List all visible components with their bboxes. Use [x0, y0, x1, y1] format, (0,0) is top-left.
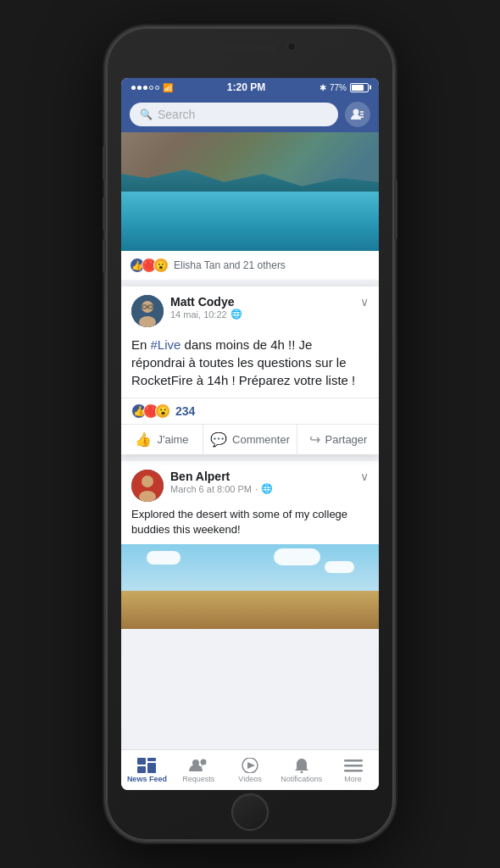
main-post-date: 14 mai, 10:22: [170, 309, 227, 320]
nav-label-news-feed: News Feed: [127, 775, 167, 783]
second-post-bullet: ·: [255, 484, 258, 494]
desert-ground-layer: [121, 591, 379, 629]
avatar-inner: [131, 295, 164, 327]
comment-button[interactable]: 💬 Commenter: [203, 425, 297, 454]
second-post-globe-icon: 🌐: [261, 483, 273, 494]
search-icon: 🔍: [140, 108, 153, 120]
second-post-card: Ben Alpert March 6 at 8:00 PM · 🌐 ∨ Expl…: [121, 461, 379, 629]
like-action-label: J'aime: [157, 433, 188, 446]
battery-fill: [352, 85, 364, 91]
cloud-2: [274, 548, 320, 565]
main-wow-emoji: 😮: [155, 403, 170, 419]
main-post-reaction-count: 234: [175, 404, 195, 418]
ocean-image: [121, 132, 379, 251]
nav-label-more: More: [344, 775, 362, 783]
bluetooth-icon: ✱: [319, 83, 326, 92]
phone-frame: 📶 1:20 PM ✱ 77% 🔍 Search: [106, 27, 394, 841]
comment-action-label: Commenter: [232, 433, 290, 446]
signal-dot-3: [143, 86, 147, 90]
svg-rect-13: [137, 758, 146, 765]
status-bar: 📶 1:20 PM ✱ 77%: [121, 78, 379, 97]
cloud-1: [147, 551, 181, 565]
cloud-3: [325, 561, 354, 573]
status-left: 📶: [131, 83, 173, 92]
like-action-icon: 👍: [135, 431, 152, 448]
svg-point-18: [201, 759, 207, 765]
svg-rect-14: [147, 758, 156, 761]
signal-dot-4: [149, 86, 153, 90]
first-post-card: 👍 ❤️ 😮 Elisha Tan and 21 others: [121, 132, 379, 280]
battery-icon: [350, 83, 369, 92]
nav-item-videos[interactable]: Videos: [225, 750, 276, 790]
nav-label-requests: Requests: [182, 775, 214, 783]
signal-dot-5: [155, 86, 159, 90]
main-post-emoji-group: 👍 ❤️ 😮: [131, 403, 170, 419]
svg-rect-22: [344, 760, 363, 762]
like-button[interactable]: 👍 J'aime: [121, 425, 203, 454]
svg-rect-15: [137, 766, 146, 773]
search-input-wrapper[interactable]: 🔍 Search: [130, 103, 338, 126]
profile-menu-icon[interactable]: [345, 102, 370, 127]
main-post-header-left: Matt Codye 14 mai, 10:22 🌐: [131, 295, 242, 327]
main-post-globe-icon: 🌐: [231, 309, 242, 320]
share-action-label: Partager: [325, 433, 368, 446]
ben-alpert-avatar[interactable]: [131, 470, 164, 502]
water-layer: [121, 192, 379, 251]
phone-screen: 📶 1:20 PM ✱ 77% 🔍 Search: [121, 78, 379, 790]
reaction-emoji-group: 👍 ❤️ 😮: [130, 258, 169, 273]
battery-percent: 77%: [330, 83, 347, 92]
search-bar: 🔍 Search: [121, 97, 379, 132]
matt-codye-avatar[interactable]: [131, 295, 164, 327]
main-post-reactions-bar: 👍 ❤️ 😮 234: [121, 398, 379, 424]
main-post-header: Matt Codye 14 mai, 10:22 🌐 ∨: [121, 287, 379, 332]
svg-point-11: [142, 476, 153, 487]
second-post-date: March 6 at 8:00 PM: [170, 484, 252, 494]
share-action-icon: ↪: [309, 431, 320, 448]
main-post-card: Matt Codye 14 mai, 10:22 🌐 ∨ En #Live da…: [121, 287, 379, 454]
wow-emoji: 😮: [153, 258, 169, 273]
nav-item-news-feed[interactable]: News Feed: [121, 750, 173, 790]
search-placeholder: Search: [158, 108, 195, 121]
signal-dot-2: [137, 86, 142, 90]
nav-label-notifications: Notifications: [281, 775, 322, 783]
feed-scroll-area: 👍 ❤️ 😮 Elisha Tan and 21 others: [121, 132, 379, 748]
main-post-text-pre: En: [131, 337, 151, 352]
front-camera: [287, 42, 296, 51]
svg-point-21: [300, 771, 303, 773]
share-button[interactable]: ↪ Partager: [297, 425, 379, 454]
ben-avatar-inner: [131, 470, 164, 502]
second-post-username[interactable]: Ben Alpert: [170, 470, 273, 483]
second-post-header: Ben Alpert March 6 at 8:00 PM · 🌐 ∨: [121, 461, 379, 507]
second-post-user-info: Ben Alpert March 6 at 8:00 PM · 🌐: [170, 470, 273, 494]
first-post-reaction-text: Elisha Tan and 21 others: [174, 259, 286, 271]
first-post-reactions: 👍 ❤️ 😮 Elisha Tan and 21 others: [121, 251, 379, 280]
second-post-chevron[interactable]: ∨: [360, 470, 369, 483]
main-post-chevron[interactable]: ∨: [360, 295, 369, 309]
desert-image: [121, 544, 379, 629]
signal-dot-1: [131, 86, 136, 90]
main-post-hashtag[interactable]: #Live: [151, 337, 181, 352]
main-post-user-info: Matt Codye 14 mai, 10:22 🌐: [170, 295, 242, 320]
home-button[interactable]: [231, 793, 269, 831]
second-post-header-left: Ben Alpert March 6 at 8:00 PM · 🌐: [131, 470, 273, 502]
main-post-username[interactable]: Matt Codye: [170, 295, 242, 309]
speaker: [225, 46, 275, 51]
second-post-meta: March 6 at 8:00 PM · 🌐: [170, 483, 273, 494]
bottom-nav: News Feed Requests Videos: [121, 749, 379, 790]
comment-action-icon: 💬: [210, 431, 227, 448]
svg-point-0: [353, 109, 359, 115]
main-post-meta: 14 mai, 10:22 🌐: [170, 309, 242, 320]
second-post-text: Explored the desert with some of my coll…: [121, 507, 379, 544]
signal-dots: [131, 86, 159, 90]
wifi-icon: 📶: [163, 83, 173, 92]
nav-item-requests[interactable]: Requests: [173, 750, 225, 790]
main-post-text: En #Live dans moins de 4h !! Je répondra…: [121, 332, 379, 398]
nav-item-notifications[interactable]: Notifications: [275, 750, 327, 790]
status-right: ✱ 77%: [319, 83, 369, 92]
svg-rect-23: [344, 765, 363, 767]
main-post-actions: 👍 J'aime 💬 Commenter ↪ Partager: [121, 424, 379, 454]
svg-rect-24: [344, 770, 363, 772]
status-time: 1:20 PM: [227, 81, 265, 93]
nav-item-more[interactable]: More: [327, 750, 379, 790]
svg-rect-16: [147, 763, 156, 773]
